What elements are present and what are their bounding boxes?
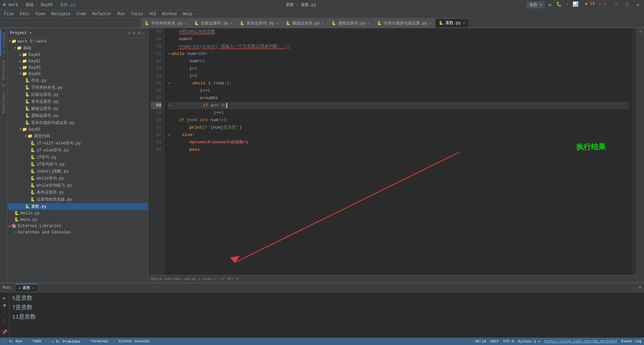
tree-item-while[interactable]: 🐍 while语句.py (7, 175, 148, 182)
right-panel-icons: ⚙ (637, 28, 644, 282)
tab-fuzhi[interactable]: 🐍 赋值运算符.py ✕ (282, 18, 328, 27)
code-line-59: ▸ j+=1 (168, 109, 629, 117)
tree-item-ketang[interactable]: ▼ 📁 课堂代码 (7, 133, 148, 140)
tree-item-ifelifselse[interactable]: 🐍 if-elif-else语句.py (7, 140, 148, 147)
tree-item-fuzhi[interactable]: 🐍 赋值运算符.py (7, 105, 148, 112)
menu-window[interactable]: Window (160, 11, 179, 17)
menu-tools[interactable]: Tools (128, 11, 146, 17)
tree-item-if[interactable]: 🐍 if语句.py (7, 154, 148, 161)
close-tab-suanshu[interactable]: ✕ (276, 21, 278, 25)
tab-zifu[interactable]: 🐍 字符串的补充.py ✕ (141, 18, 191, 27)
close-sidebar-icon[interactable]: — (143, 30, 145, 36)
run-pin-button[interactable]: 📌 (1, 329, 8, 335)
status-terminal[interactable]: Terminal (91, 339, 108, 343)
menu-code[interactable]: Code (74, 11, 89, 17)
menu-refactor[interactable]: Refactor (90, 11, 114, 17)
tree-item-work[interactable]: ▼ 📁 work D:\work (7, 38, 148, 45)
tree-item-suanshu[interactable]: 🐍 算术运算符.py (7, 98, 148, 105)
minimize-button[interactable]: ─ (613, 1, 620, 8)
tab-suanshu[interactable]: 🐍 算术运算符.py ✕ (236, 18, 282, 27)
tree-item-ifpractice[interactable]: 🐍 if语句练习.py (7, 161, 148, 168)
tree-item-jichui[interactable]: ▼ 📁 基础 (7, 45, 148, 52)
project-tab[interactable]: 1: Project (0, 29, 7, 56)
tree-item-tiaojian[interactable]: 🐍 条件运算符.py (7, 189, 148, 196)
menu-view[interactable]: View (33, 11, 48, 17)
status-event-log[interactable]: Event Log (622, 339, 641, 343)
tree-item-day03[interactable]: ▶ 📁 Day03 (7, 64, 148, 71)
tree-item-day01[interactable]: ▶ 📁 Day01 (7, 52, 148, 58)
status-linending[interactable]: CRLF (490, 339, 499, 343)
run-stop-button[interactable]: ■ (1, 303, 8, 308)
coverage-button[interactable]: 📊 (573, 1, 578, 8)
tree-item-day02[interactable]: ▶ 📁 Day02 (7, 58, 148, 64)
close-tab-zifu[interactable]: ✕ (185, 21, 187, 25)
tree-item-luoji[interactable]: 🐍 逻辑运算符.py (7, 112, 148, 119)
status-python-console[interactable]: Python Console (119, 339, 150, 343)
tree-item-input[interactable]: 🐍 input()函数.py (7, 168, 148, 175)
run-play-button[interactable]: ▶ (1, 295, 8, 301)
locate-icon[interactable]: ⊙ (128, 30, 130, 36)
maximize-button[interactable]: □ (624, 1, 630, 8)
status-todo[interactable]: TODO (33, 339, 41, 343)
tree-item-bijiao[interactable]: 🐍 比较运算符.py (7, 91, 148, 98)
run-button[interactable]: ▶ (549, 1, 552, 8)
favorites-tab[interactable]: Favorites (1, 91, 7, 115)
tree-item-scratches[interactable]: ✂ Scratches and Consoles (7, 229, 148, 235)
run-up-button[interactable]: ↑ (1, 310, 8, 316)
tab-sushu[interactable]: 🐍 素数.py ✕ (435, 18, 469, 27)
status-problems[interactable]: ⚠ 6: Problems (52, 339, 80, 344)
tab-bijiao[interactable]: 🐍 比较运算符.py ✕ (191, 18, 236, 27)
tabs-bar: 🐍 字符串的补充.py ✕ 🐍 比较运算符.py ✕ 🐍 算术运算符.py ✕ … (0, 18, 644, 28)
tree-item-main[interactable]: 🐍 main.py (7, 216, 148, 223)
run-down-button[interactable]: ↓ (1, 318, 8, 323)
tree-item-hello[interactable]: 🐍 Hello.py (7, 210, 148, 216)
menu-edit[interactable]: Edit (17, 11, 32, 17)
menu-file[interactable]: File (1, 11, 16, 17)
tree-item-feibuer-file[interactable]: 🐍 非布尔值的与或运算.py (7, 119, 148, 126)
menu-navigate[interactable]: Navigate (48, 11, 73, 17)
close-tab-luoji[interactable]: ✕ (368, 21, 370, 25)
line-numbers: 48 49 50 51 52 53 54 55 56 57 58 59 60 6… (148, 28, 164, 275)
code-editor[interactable]: #求100以内的质数 num=0 #num=int(input('请输入一个任意… (164, 28, 633, 275)
left-panel-tabs: 1: Project 2: Structure Favorites (0, 28, 7, 282)
tree-item-day05[interactable]: ▼ 📁 Day05 (7, 126, 148, 133)
tree-item-whilepractice[interactable]: 🐍 while语句练习.py (7, 182, 148, 189)
close-tab-feibuer[interactable]: ✕ (429, 21, 432, 25)
tree-item-ifelse[interactable]: 🐍 if-else语句.py (7, 147, 148, 154)
close-button[interactable]: ✕ (635, 1, 641, 8)
run-settings-icon[interactable]: ⚙ (639, 284, 641, 290)
status-separator2: | (45, 339, 48, 343)
run-tabs: Run: ▶ 素数 ✕ ⚙ (0, 283, 644, 292)
tree-item-day04[interactable]: ▼ 📁 Day04 (7, 71, 148, 77)
tree-item-zuoye[interactable]: 🐍 作业.py (7, 77, 148, 84)
structure-tab[interactable]: 2: Structure (1, 58, 7, 89)
profile-button[interactable]: ⚡ (566, 1, 569, 8)
settings-icon[interactable]: ⚙ (138, 30, 140, 36)
close-tab-bijiao[interactable]: ✕ (230, 21, 233, 25)
menu-run[interactable]: Run (115, 11, 127, 17)
close-tab-sushu[interactable]: ✕ (463, 21, 465, 25)
menu-help[interactable]: Help (180, 11, 195, 17)
right-icon-1[interactable]: ⚙ (638, 29, 643, 34)
tree-item-sushu-selected[interactable]: 🐍 素数.py (7, 203, 148, 210)
status-run-btn[interactable]: ▶ (3, 339, 5, 344)
status-encoding[interactable]: UTF-8 (503, 339, 514, 343)
tab-feibuer[interactable]: 🐍 非布尔值的与或运算.py ✕ (373, 18, 435, 27)
menu-vcs[interactable]: VCS (146, 11, 159, 17)
tree-item-extlib[interactable]: ▶ 📚 External Libraries (7, 223, 148, 229)
tab-luoji[interactable]: 🐍 逻辑运算符.py ✕ (328, 18, 373, 27)
editor-area[interactable]: 48 49 50 51 52 53 54 55 56 57 58 59 60 6… (148, 28, 637, 282)
status-run-label[interactable]: 4: Run (9, 339, 22, 343)
status-link[interactable]: https://blog.csdn.net/m0_46738467 (544, 339, 618, 343)
debug-button[interactable]: 🐛 (556, 1, 562, 8)
code-line-60: if j==0 and num!=1: (168, 117, 629, 124)
run-config[interactable]: 素数 ▾ (527, 1, 545, 8)
run-tab-sushu[interactable]: ▶ 素数 ✕ (16, 284, 38, 291)
tree-item-youxianji[interactable]: 🐍 运算符的优先级.py (7, 196, 148, 203)
close-tab-fuzhi[interactable]: ✕ (322, 21, 324, 25)
status-python-version[interactable]: Python 3 ▾ (518, 339, 540, 344)
tree-item-zifu[interactable]: 🐍 字符串的补充.py (7, 84, 148, 91)
expand-icon[interactable]: ⇅ (133, 30, 136, 36)
close-run-tab[interactable]: ✕ (32, 286, 34, 290)
editor-scrollbar[interactable] (633, 28, 637, 275)
